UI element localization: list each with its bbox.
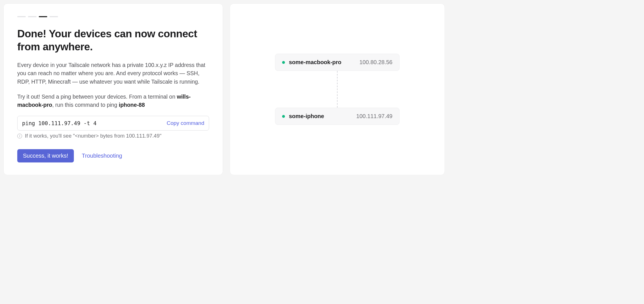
device-ip: 100.80.28.56 [359, 59, 392, 66]
command-box: ping 100.111.97.49 -t 4 Copy command [17, 116, 209, 131]
status-dot-icon [282, 115, 285, 118]
status-dot-icon [282, 61, 285, 64]
device-ip: 100.111.97.49 [356, 113, 392, 120]
connector-line [337, 71, 338, 108]
hint-row: i If it works, you'll see "<number> byte… [17, 133, 209, 139]
tryit-paragraph: Try it out! Send a ping between your dev… [17, 93, 209, 109]
network-graph-card: some-macbook-pro 100.80.28.56 some-iphon… [230, 3, 445, 175]
info-icon: i [17, 134, 22, 138]
tryit-device-2: iphone-88 [119, 102, 145, 108]
device-name: some-macbook-pro [289, 59, 355, 66]
tryit-pre: Try it out! Send a ping between your dev… [17, 94, 177, 100]
progress-step-1 [17, 16, 26, 17]
command-text: ping 100.111.97.49 -t 4 [22, 120, 96, 126]
progress-step-2 [28, 16, 37, 17]
troubleshooting-link[interactable]: Troubleshooting [82, 153, 122, 159]
actions-row: Success, it works! Troubleshooting [17, 149, 209, 162]
network-graph: some-macbook-pro 100.80.28.56 some-iphon… [275, 54, 400, 125]
device-name: some-iphone [289, 113, 352, 120]
intro-paragraph: Every device in your Tailscale network h… [17, 61, 209, 86]
copy-command-button[interactable]: Copy command [167, 120, 204, 126]
progress-steps [17, 16, 209, 17]
progress-step-4 [50, 16, 58, 17]
hint-text: If it works, you'll see "<number> bytes … [25, 133, 162, 139]
tryit-mid: , run this command to ping [52, 102, 119, 108]
progress-step-3 [39, 16, 47, 17]
device-node: some-macbook-pro 100.80.28.56 [275, 54, 400, 71]
onboarding-card: Done! Your devices can now connect from … [3, 3, 223, 175]
success-button[interactable]: Success, it works! [17, 149, 74, 162]
page-title: Done! Your devices can now connect from … [17, 27, 209, 53]
device-node: some-iphone 100.111.97.49 [275, 108, 400, 125]
